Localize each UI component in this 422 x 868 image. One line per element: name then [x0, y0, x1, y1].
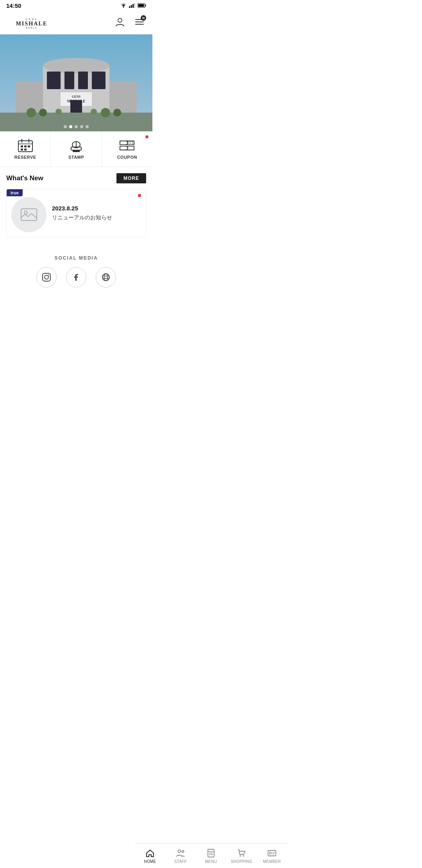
brand-logo: GENS MISHALE PARIS [6, 14, 57, 31]
calendar-icon [18, 139, 33, 152]
svg-point-53 [45, 275, 48, 279]
facebook-icon [72, 273, 81, 282]
stamp-icon [68, 138, 84, 152]
news-text: リニューアルのお知らせ [52, 214, 141, 222]
svg-rect-19 [47, 72, 61, 89]
svg-rect-28 [109, 81, 137, 113]
new-badge: true [7, 189, 23, 196]
svg-point-55 [102, 274, 109, 281]
svg-rect-2 [131, 5, 132, 8]
svg-point-56 [104, 274, 108, 281]
svg-point-51 [24, 211, 27, 214]
svg-rect-50 [21, 209, 37, 221]
svg-point-0 [123, 7, 124, 8]
svg-rect-43 [24, 149, 27, 151]
carousel-dot-4[interactable] [80, 125, 83, 128]
coupon-label: COUPON [117, 155, 137, 160]
ticket-icon [119, 140, 135, 151]
svg-text:GENS: GENS [72, 95, 80, 99]
news-thumbnail [11, 197, 46, 232]
status-time: 14:50 [6, 2, 21, 9]
menu-button[interactable]: N [133, 15, 146, 30]
quick-actions-bar: RESERVE STAMP COUPON [0, 131, 152, 167]
svg-rect-21 [78, 72, 88, 89]
svg-rect-1 [129, 6, 130, 8]
reserve-icon [18, 138, 33, 152]
svg-point-11 [118, 18, 122, 22]
svg-rect-39 [21, 145, 23, 147]
svg-rect-6 [145, 5, 146, 7]
carousel-dot-3[interactable] [75, 125, 78, 128]
header: GENS MISHALE PARIS N [0, 11, 152, 34]
carousel-dot-5[interactable] [86, 125, 89, 128]
svg-text:PARIS: PARIS [26, 26, 37, 29]
coupon-notification-dot [145, 135, 148, 138]
wifi-icon [120, 3, 127, 8]
hero-banner[interactable]: GENS MISHALE [0, 34, 152, 131]
svg-rect-41 [28, 145, 30, 147]
coupon-button[interactable]: COUPON [102, 131, 152, 167]
status-bar: 14:50 [0, 0, 152, 11]
svg-point-32 [113, 109, 121, 117]
svg-rect-16 [0, 113, 152, 131]
svg-rect-22 [92, 72, 106, 89]
whats-new-header: What's New MORE [6, 173, 146, 183]
svg-rect-20 [64, 72, 74, 89]
svg-point-31 [101, 108, 110, 117]
instagram-icon [42, 273, 51, 282]
svg-rect-7 [138, 4, 144, 7]
header-icons: N [113, 15, 146, 30]
hero-image: GENS MISHALE [0, 34, 152, 131]
photo-placeholder-icon [20, 207, 38, 222]
svg-rect-4 [134, 3, 136, 8]
hero-scene: GENS MISHALE [0, 34, 152, 131]
svg-rect-27 [16, 81, 43, 113]
svg-point-54 [48, 274, 49, 275]
svg-rect-42 [21, 149, 23, 151]
hero-carousel-dots [64, 125, 89, 128]
carousel-dot-2[interactable] [69, 125, 72, 128]
coupon-icon [119, 138, 135, 152]
carousel-dot-1[interactable] [64, 125, 67, 128]
whats-new-section: What's New MORE true 2023.8.25 リニューアルのお知… [0, 167, 152, 244]
globe-icon [101, 273, 111, 282]
stamp-svg-icon [70, 138, 83, 152]
notification-badge: N [141, 15, 146, 21]
profile-button[interactable] [113, 15, 127, 30]
battery-icon [138, 3, 146, 8]
svg-rect-45 [73, 150, 80, 152]
social-media-section: SOCIAL MEDIA [0, 244, 152, 295]
facebook-button[interactable] [66, 267, 86, 287]
social-media-title: SOCIAL MEDIA [6, 255, 146, 261]
svg-point-34 [91, 109, 97, 115]
svg-point-18 [43, 58, 109, 74]
news-card[interactable]: true 2023.8.25 リニューアルのお知らせ [6, 189, 146, 237]
news-content: 2023.8.25 リニューアルのお知らせ [52, 205, 141, 222]
website-button[interactable] [96, 267, 116, 287]
svg-point-33 [55, 109, 62, 115]
svg-point-29 [27, 108, 36, 117]
svg-rect-40 [24, 145, 27, 147]
stamp-button[interactable]: STAMP [51, 131, 102, 167]
signal-icon [129, 3, 135, 8]
reserve-button[interactable]: RESERVE [0, 131, 51, 167]
logo-container: GENS MISHALE PARIS [6, 14, 57, 31]
instagram-button[interactable] [36, 267, 57, 287]
reserve-label: RESERVE [14, 155, 36, 160]
svg-text:MISHALE: MISHALE [16, 20, 47, 26]
news-notification-dot [138, 194, 141, 197]
stamp-label: STAMP [68, 155, 84, 160]
svg-rect-3 [132, 4, 134, 8]
status-icons [120, 3, 146, 8]
svg-text:GENS: GENS [26, 17, 38, 20]
whats-new-title: What's New [6, 174, 43, 182]
svg-rect-52 [43, 273, 50, 281]
social-icons-row [6, 267, 146, 287]
more-button[interactable]: MORE [116, 173, 146, 183]
person-icon [115, 17, 125, 27]
news-date: 2023.8.25 [52, 205, 141, 212]
svg-point-30 [39, 109, 47, 117]
svg-rect-26 [70, 100, 82, 113]
